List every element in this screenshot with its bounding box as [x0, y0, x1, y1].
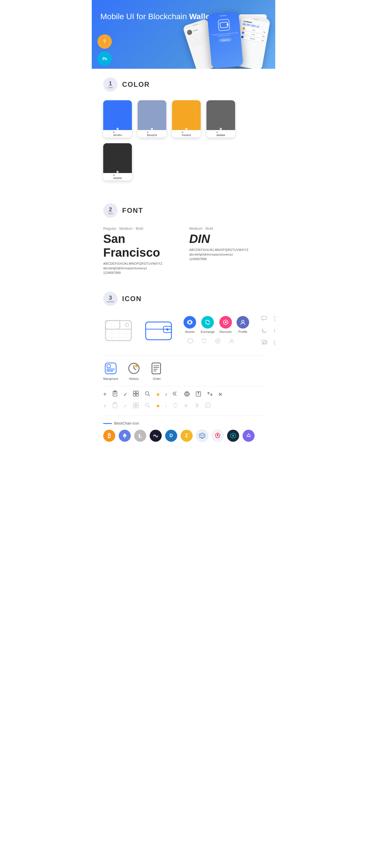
svg-rect-26 [263, 341, 267, 344]
chat-icon [261, 314, 269, 322]
svg-point-20 [217, 340, 219, 342]
info-ghost-icon [205, 402, 211, 410]
number-circle-2: 2 TWO [103, 204, 117, 218]
svg-rect-60 [136, 403, 139, 405]
svg-point-18 [242, 320, 244, 322]
share-icon [172, 391, 179, 398]
app-icons-row: Mangment ! History [103, 361, 264, 380]
sf-numbers: 1234567890 [103, 271, 178, 274]
order-icon [150, 361, 164, 376]
exchange-ghost-icon [200, 336, 209, 345]
swatch-dark: #303030 [103, 143, 132, 181]
blockchain-line [103, 423, 112, 424]
svg-point-35 [135, 364, 138, 367]
ps-badge: Ps [97, 52, 112, 66]
svg-point-23 [274, 316, 275, 318]
management-label: Mangment [103, 377, 118, 380]
plus-ghost-icon: + [103, 403, 107, 409]
exchange-icon [201, 316, 214, 329]
font-section: 2 TWO FONT Regular · Medium · Bold San F… [92, 195, 275, 283]
font-grid: Regular · Medium · Bold San Francisco AB… [103, 226, 264, 274]
font-section-title: FONT [122, 207, 143, 215]
svg-rect-32 [107, 369, 114, 370]
close-ghost-icon: ✕ [184, 403, 188, 409]
svg-rect-33 [107, 370, 113, 372]
moon-icon [261, 327, 269, 335]
din-lowercase: abcdefghijklmnopqrstuvwxyz [189, 253, 264, 256]
aion-icon [227, 430, 239, 442]
discover-icon [219, 316, 232, 329]
svg-rect-48 [133, 394, 136, 396]
grid-ghost-icon [133, 402, 139, 410]
export-icon [195, 391, 202, 398]
sf-style: Regular · Medium · Bold [103, 226, 178, 230]
din-style: Medium · Bold [189, 226, 264, 230]
svg-rect-22 [262, 316, 266, 320]
sketch-badge [97, 34, 112, 49]
back-ghost-icon: ‹ [165, 403, 167, 409]
layers-icon [273, 314, 275, 322]
search-ghost-icon [144, 402, 150, 410]
color-section: 1 ONE COLOR #3574FA #8DA0C8 #F5A623 #666… [92, 69, 275, 195]
icon-main-row: Assets Exchange [103, 314, 264, 347]
assets-ghost-icon [186, 336, 195, 345]
settings-icon [184, 391, 190, 398]
discover-label: Discover [220, 330, 232, 334]
chat2-icon [261, 339, 269, 347]
close-icon: ✕ [218, 391, 223, 398]
history-icon: ! [127, 361, 141, 376]
svg-rect-46 [133, 391, 136, 393]
svg-rect-11 [146, 322, 171, 340]
arrows-ghost-icon [172, 402, 179, 410]
din-name: DIN [189, 232, 264, 246]
assets-label: Assets [185, 330, 194, 334]
svg-point-50 [145, 392, 149, 395]
svg-marker-68 [123, 433, 127, 437]
divider-3 [103, 415, 264, 416]
clipboard-icon [112, 391, 118, 398]
svg-line-73 [202, 434, 205, 436]
svg-point-67 [207, 404, 208, 404]
exchange-label: Exchange [201, 330, 215, 334]
wallet-filled-icon [143, 315, 175, 346]
tool-icons-row2: + ✓ ★ ‹ ✕ [103, 402, 264, 410]
plus-icon: + [103, 391, 107, 398]
number-circle-3: 3 THREE [103, 291, 117, 306]
sf-name: San Francisco [103, 232, 178, 259]
profile-label: Profile [238, 330, 247, 334]
clipboard-ghost-icon [112, 402, 118, 410]
color-swatches: #3574FA #8DA0C8 #F5A623 #666666 #303030 [103, 100, 264, 181]
order-label: Order [153, 377, 161, 380]
svg-rect-59 [133, 403, 136, 405]
circle-icon [273, 327, 275, 335]
font-din: Medium · Bold DIN ABCDEFGHIJKLMNOPQRSTUV… [189, 226, 264, 274]
grid-icon [196, 430, 208, 442]
swatch-blue: #3574FA [103, 100, 132, 137]
dash-icon: D [165, 430, 177, 442]
swatch-grey-blue: #8DA0C8 [138, 100, 166, 137]
svg-point-17 [225, 321, 227, 323]
svg-rect-47 [136, 391, 139, 393]
misc-icons-grid [261, 314, 275, 347]
discover-icon-item: Discover [219, 316, 232, 334]
section-number-icon: 3 THREE ICON [103, 291, 264, 306]
svg-point-19 [216, 339, 220, 343]
icon-section: 3 THREE ICON [92, 283, 275, 450]
svg-point-52 [186, 393, 188, 395]
badges-left: Ps 60+ Screens [97, 34, 112, 69]
assets-icon-item: Assets [184, 316, 196, 334]
svg-point-15 [189, 321, 191, 323]
waves-icon [150, 430, 162, 442]
svg-rect-62 [136, 406, 139, 408]
divider-2 [103, 386, 264, 386]
swatch-grey: #666666 [206, 100, 235, 137]
hero-section: Mobile UI for Blockchain Wallet UI Kit P… [92, 0, 275, 69]
star-icon: ★ [156, 391, 160, 398]
search-icon [144, 391, 150, 398]
svg-point-27 [274, 340, 275, 345]
svg-rect-30 [105, 363, 116, 374]
order-icon-item: Order [150, 361, 164, 380]
svg-point-24 [274, 328, 275, 333]
svg-point-14 [166, 328, 169, 331]
svg-line-51 [148, 395, 150, 396]
